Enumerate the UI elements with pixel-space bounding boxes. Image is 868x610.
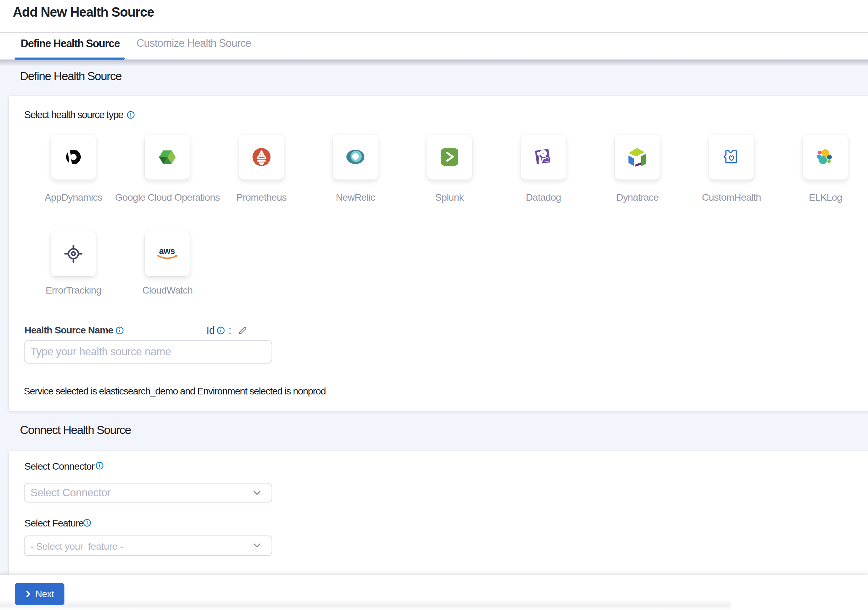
svg-text:aws: aws [159,247,175,256]
